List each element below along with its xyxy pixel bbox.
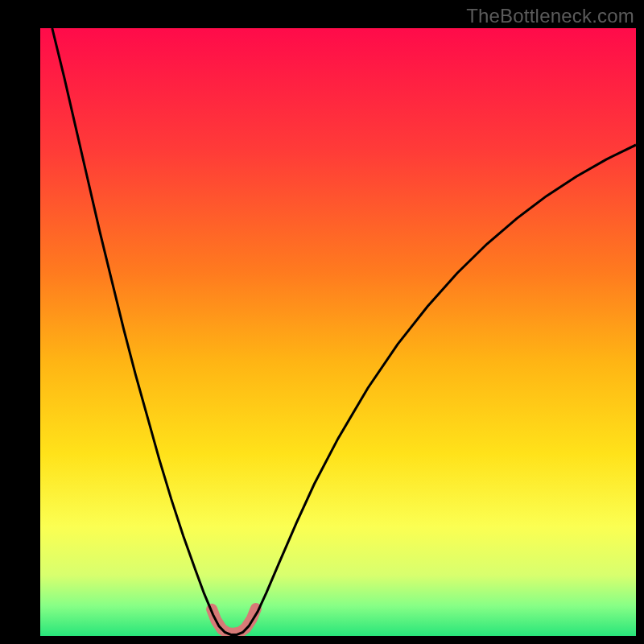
- bottleneck-curve: [52, 28, 636, 634]
- optimal-highlight: [212, 609, 256, 634]
- plot-area: [40, 28, 636, 636]
- curve-layer: [40, 28, 636, 636]
- watermark-text: TheBottleneck.com: [466, 5, 634, 27]
- chart-frame: TheBottleneck.com: [0, 0, 644, 644]
